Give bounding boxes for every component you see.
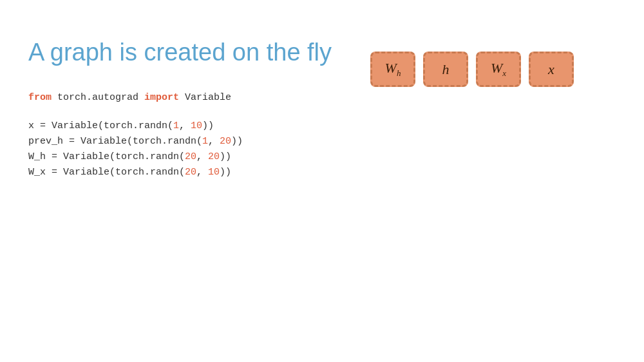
num-3: 1 <box>202 136 208 147</box>
num-6: 20 <box>208 151 220 162</box>
code-line-5: W_h = Variable(torch.randn(20, 20)) <box>28 149 243 165</box>
num-4: 20 <box>220 136 231 147</box>
code-spacer <box>28 106 243 119</box>
code-line-3: x = Variable(torch.randn(1, 10)) <box>28 119 243 134</box>
var-label-x: x <box>548 61 554 78</box>
var-label-h: h <box>442 61 450 78</box>
code-line-4: prev_h = Variable(torch.randn(1, 20)) <box>28 134 243 149</box>
page: A graph is created on the fly from torch… <box>0 0 644 362</box>
keyword-from: from <box>28 92 52 103</box>
var-box-wh: Wh <box>370 52 415 87</box>
keyword-import: import <box>144 92 179 103</box>
code-block: from torch.autograd import Variable x = … <box>28 90 243 180</box>
variable-boxes: Wh h Wx x <box>370 52 574 87</box>
num-5: 20 <box>185 151 196 162</box>
code-line-6: W_x = Variable(torch.randn(20, 10)) <box>28 165 243 180</box>
num-8: 10 <box>208 167 220 178</box>
var-label-wh: Wh <box>385 60 401 79</box>
var-label-wx: Wx <box>491 60 506 79</box>
var-box-wx: Wx <box>476 52 521 87</box>
num-1: 1 <box>173 120 179 131</box>
num-7: 20 <box>185 167 196 178</box>
num-2: 10 <box>191 120 202 131</box>
var-box-x: x <box>529 52 574 87</box>
page-title: A graph is created on the fly <box>28 39 332 66</box>
var-box-h: h <box>423 52 468 87</box>
code-line-1: from torch.autograd import Variable <box>28 90 243 106</box>
